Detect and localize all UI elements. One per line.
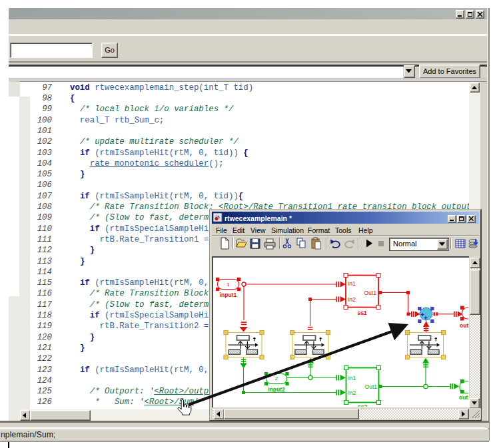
svg-text:In2: In2 [348,389,356,396]
svg-text:In2: In2 [348,296,356,303]
svg-text:input2: input2 [268,386,285,393]
svg-text:Out1: Out1 [364,290,377,296]
svg-text:out2: out2 [459,394,471,401]
svg-text:In1: In1 [348,375,356,381]
svg-text:input1: input1 [220,292,237,298]
svg-text:out1: out1 [460,322,472,329]
svg-text:ss2: ss2 [358,403,367,410]
svg-text:1: 1 [227,282,230,288]
svg-text:2: 2 [275,375,278,381]
svg-text:In1: In1 [348,280,356,287]
svg-text:ss1: ss1 [357,310,366,316]
svg-text:Out1: Out1 [365,383,378,390]
